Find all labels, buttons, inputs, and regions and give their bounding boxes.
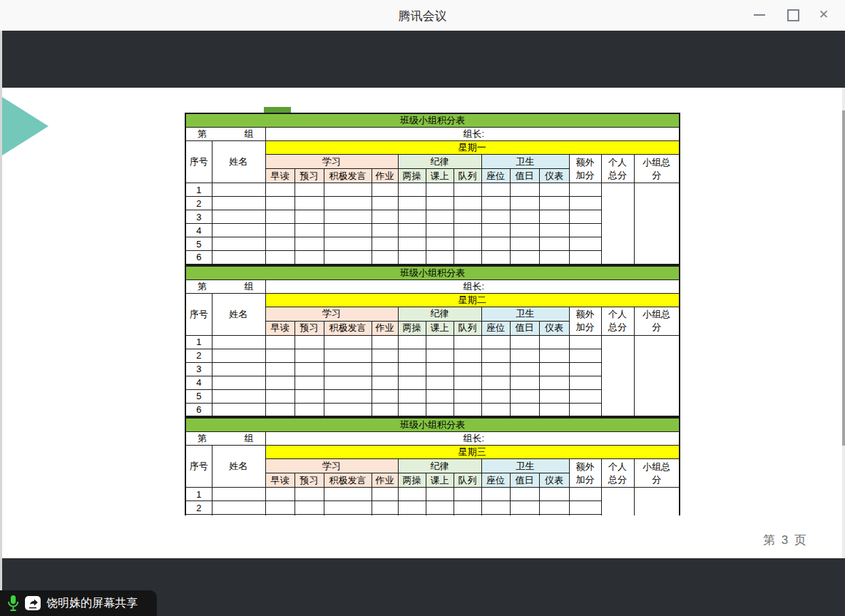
score-cell [569,349,601,362]
score-cell [372,183,398,197]
score-cell [426,376,454,389]
maximize-button[interactable] [780,0,804,31]
score-cell [481,210,510,224]
score-cell [539,501,569,515]
score-cell [324,501,372,515]
sub-header: 两操 [398,169,426,183]
minimize-button[interactable] [747,0,772,31]
score-cell [569,389,601,403]
score-cell [265,376,295,389]
score-cell [569,362,601,376]
score-cell [426,362,454,376]
score-cell [372,403,398,416]
score-cell [398,251,426,265]
score-cell [454,224,481,237]
score-cell [454,376,481,389]
score-cell [212,237,265,251]
score-cell [324,349,372,362]
score-cell [295,488,324,501]
score-cell [372,224,398,237]
score-cell [212,210,265,224]
score-cell [510,183,539,197]
sub-header: 队列 [454,321,481,335]
score-cell [454,197,481,210]
score-cell [372,389,398,403]
score-cell [295,197,324,210]
score-cell [454,501,481,515]
score-cell [510,251,539,265]
score-cell [372,515,398,516]
screen-share-badge: 饶明姝的屏幕共享 [0,590,157,616]
score-cell [569,403,601,416]
day-header: 星期二 [265,293,680,307]
score-cell [398,362,426,376]
score-cell [324,362,372,376]
score-cell [324,183,372,197]
score-cell [212,501,265,515]
score-cell [295,403,324,416]
score-table-2: 班级小组积分表第组组长:序号姓名星期二学习纪律卫生额外加分个人总分小组总分早读预… [185,265,680,418]
sub-header: 早读 [265,473,295,488]
group-number-text: 第组 [186,128,265,140]
score-cell [539,403,569,416]
score-cell [569,376,601,389]
sub-header: 积极发言 [324,169,372,183]
sub-header: 座位 [481,321,510,335]
score-cell [569,237,601,251]
score-cell [539,335,569,349]
day-header: 星期一 [265,141,680,155]
category-header: 纪律 [398,307,481,321]
score-cell [539,210,569,224]
row-index-cell: 4 [185,376,212,389]
category-header: 纪律 [398,155,481,169]
score-cell [372,237,398,251]
score-cell [510,376,539,389]
table-title: 班级小组积分表 [185,418,680,432]
sub-header: 值日 [510,169,539,183]
close-button[interactable] [813,0,837,31]
score-cell [398,501,426,515]
scrollbar-thumb[interactable] [842,111,845,446]
score-cell [324,335,372,349]
category-header: 卫生 [481,155,569,169]
score-cell [426,515,454,516]
row-index-cell: 3 [185,515,212,516]
score-cell [295,237,324,251]
row-index-cell: 1 [185,335,212,349]
category-header: 卫生 [481,459,569,473]
score-cell [454,335,481,349]
sub-header: 座位 [481,473,510,488]
share-badge-label: 饶明姝的屏幕共享 [46,596,138,611]
score-cell [426,335,454,349]
score-cell [398,183,426,197]
score-cell [265,501,295,515]
score-cell [510,362,539,376]
score-cell [569,515,601,516]
score-cell [454,210,481,224]
row-index-cell: 5 [185,237,212,251]
score-cell [481,376,510,389]
score-cell [539,224,569,237]
row-index-cell: 3 [185,210,212,224]
sub-header: 预习 [295,169,324,183]
tail-header: 小组总分 [634,459,680,488]
score-cell [265,224,295,237]
score-cell [569,224,601,237]
score-cell [569,183,601,197]
row-index-cell: 2 [185,349,212,362]
score-cell [481,488,510,501]
score-cell [398,349,426,362]
score-cell [212,251,265,265]
score-cell [481,349,510,362]
score-cell [265,403,295,416]
score-cell [324,197,372,210]
score-cell [510,488,539,501]
score-cell [265,389,295,403]
letterbox-top [0,31,845,88]
group-number-cell: 第组 [185,279,265,293]
score-cell [539,251,569,265]
row-index-cell: 1 [185,488,212,501]
row-index-cell: 5 [185,389,212,403]
score-cell [265,515,295,516]
sub-header: 课上 [426,169,454,183]
